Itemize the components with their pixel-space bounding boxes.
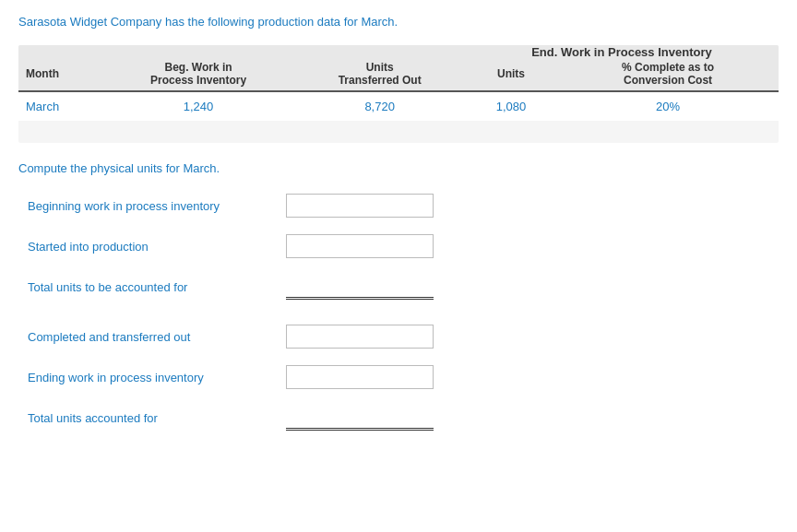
- compute-form: Beginning work in process inventory Star…: [28, 192, 779, 432]
- compute-heading: Compute the physical units for March.: [18, 161, 779, 175]
- intro-text-before: Sarasota Widget Company has the followin…: [18, 15, 361, 29]
- data-table-wrapper: End. Work in Process Inventory Month Beg…: [18, 45, 779, 143]
- col-units-transferred: UnitsTransferred Out: [294, 59, 464, 91]
- label-end-wip: Ending work in process inventory: [28, 371, 286, 384]
- col-units: Units: [465, 59, 557, 91]
- intro-paragraph: Sarasota Widget Company has the followin…: [18, 15, 779, 29]
- label-total-units: Total units accounted for: [28, 411, 286, 425]
- input-beg-wip[interactable]: [286, 194, 434, 218]
- table-row: March 1,240 8,720 1,080 20%: [18, 91, 779, 121]
- row-total-units: Total units accounted for: [28, 404, 779, 432]
- cell-beg-wip: 1,240: [102, 91, 295, 121]
- table-top-header-row: End. Work in Process Inventory: [18, 45, 779, 59]
- input-completed[interactable]: [286, 325, 434, 349]
- label-completed: Completed and transferred out: [28, 330, 286, 344]
- col-beg-wip: Beg. Work inProcess Inventory: [102, 59, 295, 91]
- compute-highlight: March.: [183, 161, 220, 175]
- input-started[interactable]: [286, 234, 434, 258]
- compute-text-before: Compute the physical units for: [18, 161, 183, 175]
- cell-units-transferred: 8,720: [294, 91, 464, 121]
- input-total-units[interactable]: [286, 405, 434, 431]
- cell-units: 1,080: [465, 91, 557, 121]
- col-month: Month: [18, 59, 102, 91]
- row-started: Started into production: [28, 232, 779, 260]
- spacer-1: [28, 313, 779, 323]
- label-started: Started into production: [28, 240, 286, 254]
- row-beg-wip: Beginning work in process inventory: [28, 192, 779, 219]
- table-col-header-row: Month Beg. Work inProcess Inventory Unit…: [18, 59, 779, 91]
- row-total-accounted: Total units to be accounted for: [28, 273, 779, 301]
- cell-month: March: [18, 91, 102, 121]
- intro-highlight: March.: [361, 15, 398, 29]
- cell-pct-complete: 20%: [557, 91, 779, 121]
- table-empty-top-header: [18, 45, 465, 59]
- label-beg-wip: Beginning work in process inventory: [28, 199, 286, 213]
- production-data-table: End. Work in Process Inventory Month Beg…: [18, 45, 779, 121]
- row-completed: Completed and transferred out: [28, 323, 779, 350]
- row-end-wip: Ending work in process inventory: [28, 363, 779, 391]
- table-end-wip-header: End. Work in Process Inventory: [465, 45, 779, 59]
- input-end-wip[interactable]: [286, 365, 434, 389]
- col-pct-complete: % Complete as toConversion Cost: [557, 59, 779, 91]
- input-total-accounted[interactable]: [286, 274, 434, 300]
- label-total-accounted: Total units to be accounted for: [28, 280, 286, 294]
